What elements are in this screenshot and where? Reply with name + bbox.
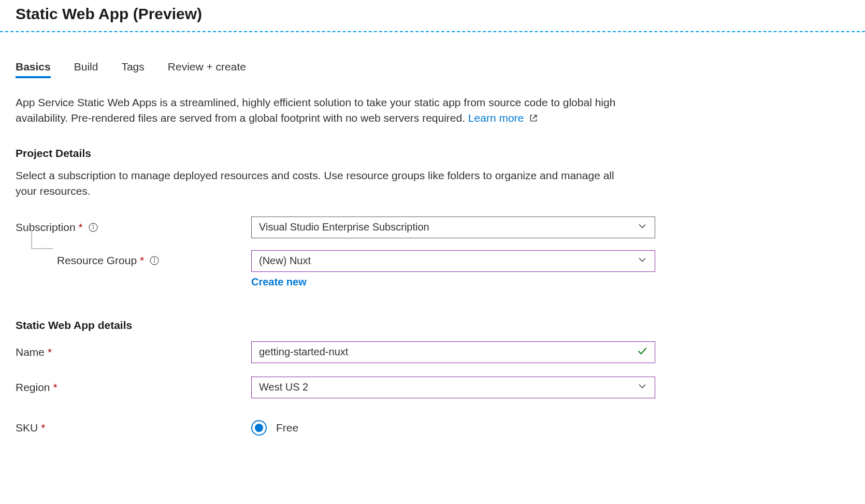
- section-project-details-sub: Select a subscription to manage deployed…: [16, 168, 637, 199]
- radio-selected-dot: [255, 424, 263, 432]
- subscription-label: Subscription: [16, 221, 76, 234]
- row-region: Region * West US 2: [16, 375, 710, 400]
- tab-build[interactable]: Build: [74, 61, 98, 78]
- info-icon[interactable]: [88, 222, 98, 233]
- row-sku: SKU * Free: [16, 415, 710, 440]
- region-value: West US 2: [259, 381, 308, 393]
- required-indicator: *: [79, 221, 83, 234]
- resource-group-value: (New) Nuxt: [259, 255, 311, 267]
- region-label: Region: [16, 381, 50, 394]
- external-link-icon: [529, 111, 538, 127]
- tabs-row: Basics Build Tags Review + create: [16, 61, 710, 78]
- resource-group-dropdown[interactable]: (New) Nuxt: [251, 250, 655, 272]
- section-swa-details-heading: Static Web App details: [16, 319, 710, 332]
- required-indicator: *: [140, 254, 144, 267]
- section-project-details-heading: Project Details: [16, 147, 710, 160]
- sku-radio-free[interactable]: [251, 420, 267, 436]
- learn-more-label: Learn more: [468, 112, 524, 124]
- svg-point-3: [154, 258, 155, 258]
- divider-dashed: [0, 31, 865, 32]
- chevron-down-icon: [637, 221, 647, 234]
- info-icon[interactable]: [149, 255, 160, 266]
- sku-label: SKU: [16, 422, 38, 434]
- name-label: Name: [16, 346, 45, 358]
- chevron-down-icon: [637, 254, 647, 267]
- required-indicator: *: [48, 346, 52, 358]
- create-new-link[interactable]: Create new: [251, 276, 655, 288]
- subscription-dropdown[interactable]: Visual Studio Enterprise Subscription: [251, 217, 655, 238]
- learn-more-link[interactable]: Learn more: [468, 112, 538, 124]
- row-resource-group: Resource Group * (New) Nuxt Create new: [16, 250, 710, 288]
- resource-group-label: Resource Group: [57, 254, 137, 267]
- tab-tags[interactable]: Tags: [121, 61, 144, 78]
- required-indicator: *: [53, 381, 57, 394]
- tab-basics[interactable]: Basics: [16, 61, 51, 78]
- subscription-value: Visual Studio Enterprise Subscription: [259, 221, 429, 233]
- required-indicator: *: [41, 422, 45, 434]
- name-input[interactable]: [251, 341, 655, 363]
- svg-point-1: [93, 225, 93, 225]
- intro-text: App Service Static Web Apps is a streaml…: [16, 95, 637, 127]
- chevron-down-icon: [637, 381, 647, 394]
- sku-radio-free-label: Free: [276, 422, 298, 434]
- row-subscription: Subscription * Visual Studio Enterprise …: [16, 215, 710, 240]
- row-name: Name *: [16, 340, 710, 365]
- tab-review-create[interactable]: Review + create: [168, 61, 246, 78]
- page-title: Static Web App (Preview): [16, 5, 849, 23]
- region-dropdown[interactable]: West US 2: [251, 377, 655, 398]
